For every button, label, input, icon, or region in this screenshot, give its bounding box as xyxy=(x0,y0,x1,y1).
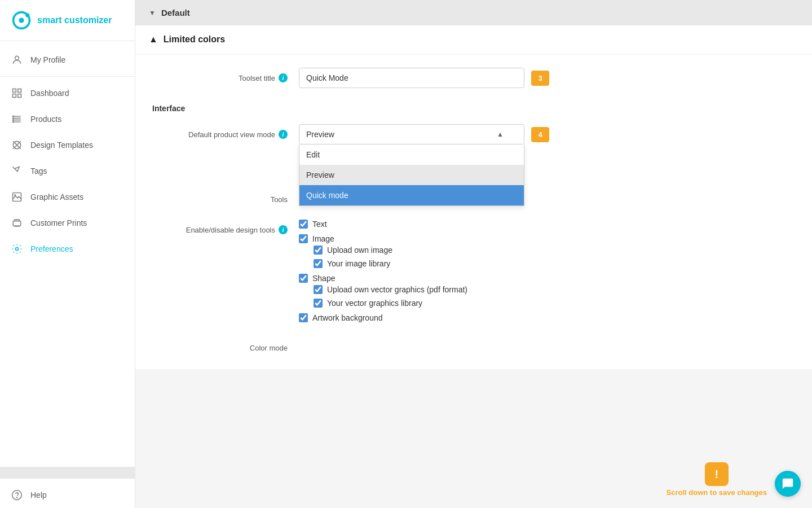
svg-point-8 xyxy=(13,116,14,117)
svg-point-10 xyxy=(13,120,14,121)
toolset-title-input[interactable] xyxy=(299,68,524,88)
sidebar-item-profile[interactable]: My Profile xyxy=(0,47,135,73)
view-mode-row: Default product view mode i Preview ▲ Ed… xyxy=(152,124,795,144)
view-mode-selected-value: Preview xyxy=(306,130,334,139)
profile-icon xyxy=(11,54,23,65)
default-section-label: Default xyxy=(161,8,190,17)
sidebar: smart customizer My Profile Dashboard Pr… xyxy=(0,0,135,508)
logo-area: smart customizer xyxy=(0,0,135,41)
sidebar-nav: My Profile Dashboard Products Design Tem… xyxy=(0,41,135,463)
toolset-title-label: Toolset title xyxy=(239,74,275,82)
sidebar-item-help[interactable]: Help xyxy=(0,482,135,508)
sidebar-item-design-templates[interactable]: Design Templates xyxy=(0,132,135,158)
chat-button[interactable] xyxy=(775,471,801,497)
default-section-header[interactable]: ▼ Default xyxy=(135,0,812,25)
checkbox-text-label: Text xyxy=(312,220,327,229)
limited-colors-label: Limited colors xyxy=(164,34,225,45)
checkbox-artwork-label: Artwork background xyxy=(312,313,383,322)
svg-rect-5 xyxy=(18,89,21,93)
svg-point-18 xyxy=(16,248,19,251)
nav-divider-1 xyxy=(0,76,135,77)
limited-colors-chevron-icon: ▲ xyxy=(149,34,158,45)
enable-tools-info-icon[interactable]: i xyxy=(279,225,288,234)
svg-point-11 xyxy=(13,121,14,122)
svg-rect-17 xyxy=(13,221,20,226)
sidebar-bottom-divider xyxy=(0,467,135,479)
preferences-icon xyxy=(11,243,23,255)
limited-colors-header[interactable]: ▲ Limited colors xyxy=(135,25,812,54)
sidebar-item-graphic-assets[interactable]: Graphic Assets xyxy=(0,184,135,210)
sidebar-dashboard-label: Dashboard xyxy=(30,89,69,98)
checkbox-image-label: Image xyxy=(312,234,334,243)
checkbox-text-input[interactable] xyxy=(299,220,308,229)
color-mode-label: Color mode xyxy=(250,344,288,352)
tools-checkbox-group: Text Image Upload own image xyxy=(299,220,467,322)
checkbox-upload-image-label: Upload own image xyxy=(327,246,392,255)
sidebar-item-tags[interactable]: Tags xyxy=(0,158,135,184)
checkbox-vector-library-input[interactable] xyxy=(314,299,323,308)
sidebar-help-label: Help xyxy=(30,491,47,500)
tools-label: Tools xyxy=(271,195,288,204)
main-content: ▼ Default ▲ Limited colors Toolset title… xyxy=(135,0,812,508)
sidebar-design-templates-label: Design Templates xyxy=(30,141,93,150)
checkbox-shape-input[interactable] xyxy=(299,274,308,283)
checkbox-upload-image: Upload own image xyxy=(314,246,467,255)
checkbox-text: Text xyxy=(299,220,467,229)
sidebar-item-products[interactable]: Products xyxy=(0,106,135,132)
checkbox-upload-image-input[interactable] xyxy=(314,246,323,255)
checkbox-shape: Shape xyxy=(299,274,467,283)
graphic-assets-icon xyxy=(11,191,23,203)
enable-tools-control-area: Text Image Upload own image xyxy=(299,220,795,322)
sidebar-item-customer-prints[interactable]: Customer Prints xyxy=(0,210,135,236)
chat-icon xyxy=(782,478,794,490)
view-mode-select-display[interactable]: Preview ▲ xyxy=(299,124,524,144)
checkbox-image-library: Your image library xyxy=(314,259,467,268)
view-mode-option-quickmode[interactable]: Quick mode xyxy=(299,185,524,205)
view-mode-option-preview[interactable]: Preview xyxy=(299,165,524,185)
enable-tools-label-area: Enable/disable design tools i xyxy=(152,220,299,234)
view-mode-info-icon[interactable]: i xyxy=(279,130,288,139)
section-body: Toolset title i 3 Interface Default prod… xyxy=(135,54,812,369)
sidebar-item-preferences[interactable]: Preferences xyxy=(0,236,135,262)
toolset-title-control-area: 3 xyxy=(299,68,795,88)
svg-point-2 xyxy=(25,13,29,17)
checkbox-shape-label: Shape xyxy=(312,274,335,283)
svg-rect-7 xyxy=(18,94,21,98)
checkbox-image-library-input[interactable] xyxy=(314,259,323,268)
view-mode-select-wrapper: Preview ▲ Edit Preview Quick mode xyxy=(299,124,524,144)
checkbox-image-children: Upload own image Your image library xyxy=(314,246,467,268)
dashboard-icon xyxy=(11,87,23,99)
tags-icon xyxy=(11,165,23,177)
customer-prints-icon xyxy=(11,217,23,229)
checkbox-upload-vector: Upload own vector graphics (pdf format) xyxy=(314,285,467,294)
view-mode-dropdown: Edit Preview Quick mode xyxy=(299,144,524,206)
svg-point-9 xyxy=(13,118,14,119)
scroll-notice-text: Scroll down to save changes xyxy=(667,488,767,497)
checkbox-artwork-input[interactable] xyxy=(299,313,308,322)
checkbox-shape-children: Upload own vector graphics (pdf format) … xyxy=(314,285,467,308)
enable-tools-row: Enable/disable design tools i Text Image xyxy=(152,220,795,322)
checkbox-shape-group: Shape Upload own vector graphics (pdf fo… xyxy=(299,274,467,308)
view-mode-label-area: Default product view mode i xyxy=(152,124,299,139)
interface-label: Interface xyxy=(152,104,795,113)
checkbox-artwork: Artwork background xyxy=(299,313,467,322)
toolset-title-label-area: Toolset title i xyxy=(152,68,299,82)
svg-point-1 xyxy=(19,18,24,23)
select-arrow-icon: ▲ xyxy=(497,130,504,138)
notification-icon: ! xyxy=(705,462,729,486)
color-mode-section: Color mode xyxy=(152,338,795,352)
sidebar-item-dashboard[interactable]: Dashboard xyxy=(0,80,135,106)
checkbox-upload-vector-input[interactable] xyxy=(314,285,323,294)
toolset-title-badge: 3 xyxy=(531,71,549,86)
sidebar-profile-label: My Profile xyxy=(30,55,65,64)
toolset-title-row: Toolset title i 3 xyxy=(152,68,795,88)
checkbox-image: Image xyxy=(299,234,467,243)
checkbox-image-library-label: Your image library xyxy=(327,259,390,268)
view-mode-label: Default product view mode xyxy=(188,130,275,139)
sidebar-customer-prints-label: Customer Prints xyxy=(30,218,87,227)
view-mode-option-edit[interactable]: Edit xyxy=(299,144,524,165)
checkbox-image-input[interactable] xyxy=(299,234,308,243)
scroll-notification: ! Scroll down to save changes xyxy=(667,462,767,497)
toolset-title-info-icon[interactable]: i xyxy=(279,73,288,82)
checkbox-upload-vector-label: Upload own vector graphics (pdf format) xyxy=(327,285,467,294)
